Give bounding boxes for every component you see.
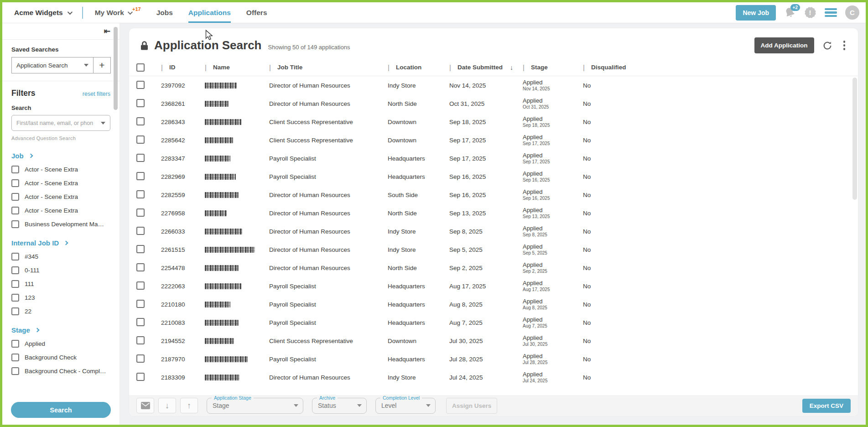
checkbox[interactable] — [11, 207, 19, 214]
table-row[interactable]: 2286343 Client Success Representative Do… — [129, 113, 858, 131]
add-application-button[interactable]: Add Application — [754, 37, 814, 53]
table-row[interactable]: 2397092 Director of Human Resources Indy… — [129, 76, 858, 94]
filter-option[interactable]: 123 — [11, 294, 110, 302]
row-checkbox[interactable] — [136, 373, 145, 381]
completion-level-select[interactable]: Completion Level Level — [375, 398, 436, 414]
checkbox[interactable] — [11, 220, 19, 228]
column-header-name[interactable]: |Name — [205, 63, 269, 71]
checkbox[interactable] — [11, 354, 19, 361]
new-job-button[interactable]: New Job — [736, 5, 776, 21]
move-up-button[interactable]: ↑ — [180, 398, 198, 413]
table-row[interactable]: 2368261 Director of Human Resources Nort… — [129, 94, 858, 113]
filter-option[interactable]: 111 — [11, 280, 110, 288]
filter-section-job[interactable]: Job — [11, 152, 110, 160]
refresh-icon[interactable] — [822, 41, 832, 51]
checkbox[interactable] — [11, 193, 19, 201]
row-checkbox[interactable] — [136, 336, 145, 344]
row-checkbox[interactable] — [136, 263, 145, 271]
nav-item-offers[interactable]: Offers — [246, 2, 267, 23]
nav-item-jobs[interactable]: Jobs — [156, 2, 173, 23]
row-checkbox[interactable] — [136, 190, 145, 198]
collapse-sidebar-icon[interactable]: ⇤ — [104, 26, 110, 36]
reset-filters-link[interactable]: reset filters — [83, 91, 110, 97]
column-header-date-submitted[interactable]: |Date Submitted↓ — [449, 63, 523, 71]
column-header-location[interactable]: |Location — [388, 63, 449, 71]
row-checkbox[interactable] — [136, 245, 145, 253]
row-checkbox[interactable] — [136, 227, 145, 235]
move-down-button[interactable]: ↓ — [158, 398, 176, 413]
row-checkbox[interactable] — [136, 117, 145, 125]
export-csv-button[interactable]: Export CSV — [802, 399, 851, 413]
table-row[interactable]: 2183309 Director of Human Resources Indy… — [129, 368, 858, 386]
checkbox[interactable] — [11, 367, 19, 375]
notifications-bell[interactable]: +2 — [784, 7, 795, 18]
row-checkbox[interactable] — [136, 172, 145, 180]
nav-item-my-work[interactable]: My Work +17 — [95, 2, 141, 23]
filter-section-internal-job-id[interactable]: Internal Job ID — [11, 239, 110, 247]
menu-hamburger-icon[interactable] — [825, 8, 837, 17]
row-checkbox[interactable] — [136, 300, 145, 308]
filter-option[interactable]: Actor - Scene Extra — [11, 179, 110, 187]
checkbox[interactable] — [11, 340, 19, 348]
checkbox[interactable] — [11, 266, 19, 274]
archive-status-select[interactable]: Archive Status — [312, 398, 367, 414]
filter-option[interactable]: Actor - Scene Extra — [11, 166, 110, 173]
chevron-down-icon[interactable] — [101, 122, 105, 125]
table-row[interactable]: 2283347 Payroll Specialist Headquarters … — [129, 149, 858, 167]
nav-item-applications[interactable]: Applications — [188, 2, 231, 23]
add-saved-search-button[interactable]: + — [94, 57, 110, 73]
table-row[interactable]: 2210083 Payroll Specialist Headquarters … — [129, 313, 858, 332]
table-row[interactable]: 2194552 Client Success Representative Do… — [129, 332, 858, 350]
column-header-id[interactable]: |ID — [161, 63, 205, 71]
checkbox[interactable] — [11, 179, 19, 187]
filter-option[interactable]: #345 — [11, 253, 110, 260]
row-checkbox[interactable] — [136, 154, 145, 162]
column-header-disqualified[interactable]: |Disqualified — [583, 63, 858, 71]
row-checkbox[interactable] — [136, 81, 145, 89]
filter-option[interactable]: Actor - Scene Extra — [11, 207, 110, 214]
table-row[interactable]: 2210180 Payroll Specialist Headquarters … — [129, 295, 858, 313]
saved-search-select[interactable]: Application Search — [12, 57, 94, 73]
checkbox[interactable] — [11, 280, 19, 288]
filter-option[interactable]: Applied — [11, 340, 110, 348]
table-row[interactable]: 2187970 Payroll Specialist Headquarters … — [129, 350, 858, 368]
checkbox[interactable] — [11, 307, 19, 315]
row-checkbox[interactable] — [136, 318, 145, 326]
assign-users-button[interactable]: Assign Users — [446, 398, 497, 414]
apply-filters-search-button[interactable]: Search — [11, 402, 111, 418]
filter-option[interactable]: Business Development Man… — [11, 220, 110, 228]
table-row[interactable]: 2282969 Payroll Specialist Headquarters … — [129, 167, 858, 186]
alerts-seal[interactable]: ! — [804, 6, 816, 19]
table-row[interactable]: 2222063 Payroll Specialist Headquarters … — [129, 277, 858, 295]
user-avatar[interactable]: C — [845, 5, 859, 20]
sidebar-scrollbar[interactable] — [114, 27, 118, 110]
row-checkbox[interactable] — [136, 99, 145, 107]
table-scrollbar[interactable] — [852, 78, 857, 200]
table-row[interactable]: 2266033 Director of Human Resources Indy… — [129, 222, 858, 240]
advanced-question-search-link[interactable]: Advanced Question Search — [11, 135, 110, 141]
column-header-stage[interactable]: |Stage — [523, 63, 583, 71]
filter-option[interactable]: Actor - Scene Extra — [11, 193, 110, 201]
filter-option[interactable]: Background Check - Comple… — [11, 367, 110, 375]
row-checkbox[interactable] — [136, 208, 145, 217]
more-options-kebab-icon[interactable] — [841, 40, 848, 51]
table-row[interactable]: 2276958 Director of Human Resources Nort… — [129, 204, 858, 222]
email-button[interactable] — [136, 398, 154, 413]
filter-option[interactable]: 0-111 — [11, 266, 110, 274]
table-row[interactable]: 2282559 Director of Human Resources Sout… — [129, 186, 858, 204]
filter-option[interactable]: Background Check — [11, 354, 110, 361]
table-row[interactable]: 2254478 Director of Human Resources Nort… — [129, 259, 858, 277]
column-header-job-title[interactable]: |Job Title — [269, 63, 388, 71]
table-row[interactable]: 2261515 Director of Human Resources Indy… — [129, 240, 858, 259]
checkbox[interactable] — [11, 253, 19, 260]
filter-section-stage[interactable]: Stage — [11, 326, 110, 334]
table-row[interactable]: 2285642 Client Success Representative Do… — [129, 131, 858, 149]
select-all-checkbox[interactable] — [136, 63, 145, 72]
checkbox[interactable] — [11, 294, 19, 302]
org-switcher[interactable]: Acme Widgets — [14, 9, 71, 17]
filter-option[interactable]: 22 — [11, 307, 110, 315]
search-input[interactable] — [16, 120, 101, 126]
application-stage-select[interactable]: Application Stage Stage — [207, 398, 303, 414]
row-checkbox[interactable] — [136, 354, 145, 363]
row-checkbox[interactable] — [136, 281, 145, 290]
